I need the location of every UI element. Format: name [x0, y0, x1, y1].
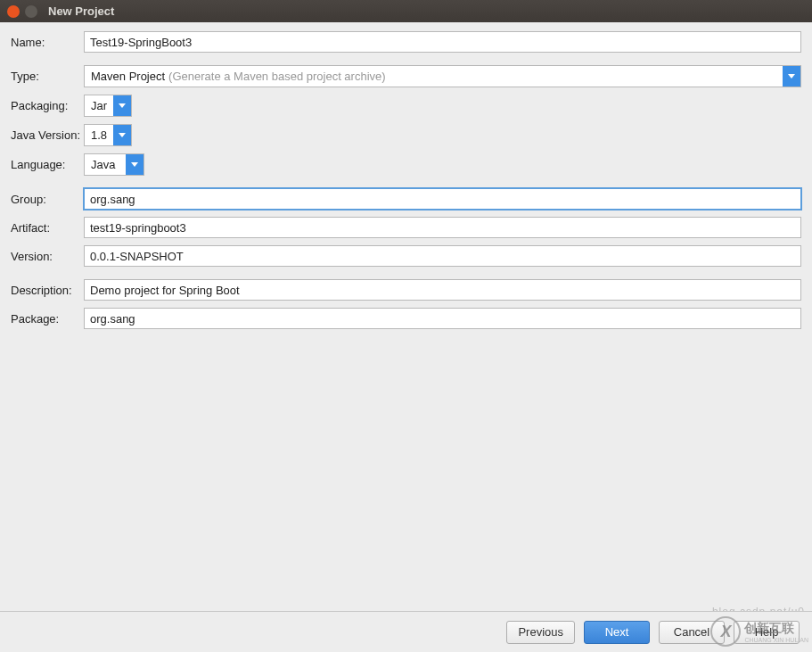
previous-button[interactable]: Previous	[506, 621, 575, 644]
language-label: Language:	[11, 158, 84, 171]
titlebar: New Project	[0, 0, 812, 22]
name-input[interactable]	[84, 31, 801, 53]
javaversion-select[interactable]: 1.8	[84, 124, 132, 146]
next-button[interactable]: Next	[584, 621, 650, 644]
description-input[interactable]	[84, 279, 801, 301]
language-value: Java	[91, 158, 115, 171]
type-label: Type:	[11, 70, 84, 83]
close-icon[interactable]	[7, 5, 20, 18]
brand-sub: CHUANG XIN HULIAN	[744, 637, 808, 643]
name-label: Name:	[11, 36, 84, 49]
javaversion-label: Java Version:	[11, 128, 84, 142]
dialog-footer: Previous Next Cancel Help	[0, 611, 812, 652]
version-label: Version:	[11, 250, 84, 263]
artifact-label: Artifact:	[11, 221, 84, 235]
type-select[interactable]: Maven Project (Generate a Maven based pr…	[84, 65, 801, 87]
chevron-down-icon[interactable]	[783, 66, 800, 87]
brand-name: 创新互联	[744, 621, 808, 637]
brand-mark: X	[710, 616, 741, 647]
packaging-label: Packaging:	[11, 99, 84, 112]
minimize-icon[interactable]	[25, 5, 37, 18]
description-label: Description:	[11, 284, 84, 297]
chevron-down-icon[interactable]	[113, 95, 131, 116]
group-input[interactable]	[84, 188, 801, 210]
language-select[interactable]: Java	[84, 153, 144, 176]
type-value: Maven Project	[91, 70, 165, 83]
group-label: Group:	[11, 193, 84, 206]
package-label: Package:	[11, 312, 84, 326]
form-area: Name: Type: Maven Project (Generate a Ma…	[0, 22, 812, 345]
package-input[interactable]	[84, 308, 801, 329]
type-hint: (Generate a Maven based project archive)	[168, 70, 386, 83]
chevron-down-icon[interactable]	[113, 125, 131, 145]
artifact-input[interactable]	[84, 217, 801, 238]
packaging-value: Jar	[91, 99, 107, 112]
javaversion-value: 1.8	[91, 128, 107, 142]
window-title: New Project	[48, 4, 114, 18]
chevron-down-icon[interactable]	[126, 154, 144, 175]
brand-logo: X 创新互联 CHUANG XIN HULIAN	[710, 616, 808, 647]
version-input[interactable]	[84, 245, 801, 267]
packaging-select[interactable]: Jar	[84, 95, 132, 117]
